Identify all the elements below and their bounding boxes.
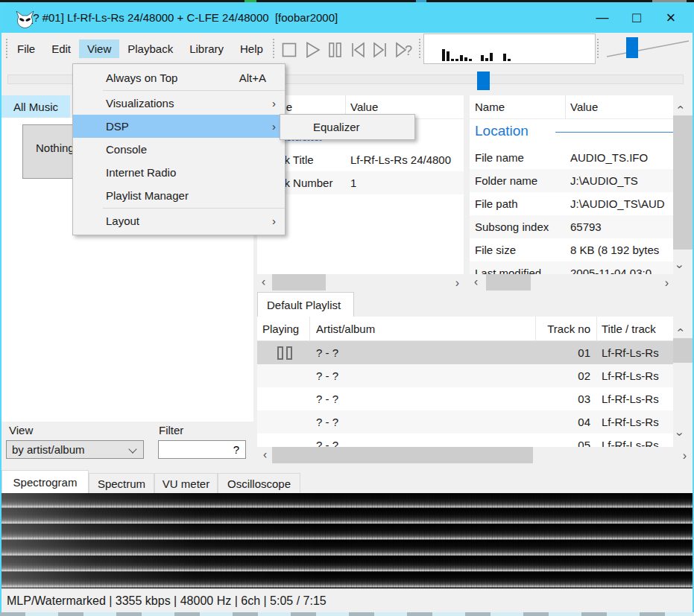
dsp-submenu: Equalizer xyxy=(280,114,415,140)
menu-view[interactable]: View xyxy=(79,39,119,58)
scroll-down-arrow[interactable]: › xyxy=(674,264,686,268)
menu-item-console[interactable]: Console xyxy=(73,138,285,161)
menu-item-label: Console xyxy=(106,143,147,156)
menu-item-equalizer[interactable]: Equalizer xyxy=(280,115,414,139)
window-border-left xyxy=(0,2,1,612)
menu-separator xyxy=(103,208,285,209)
scroll-down-arrow[interactable]: › xyxy=(674,432,686,436)
random-button[interactable]: ? xyxy=(393,39,414,60)
scroll-up-arrow[interactable]: › xyxy=(674,328,686,331)
menu-item-dsp[interactable]: DSP › xyxy=(73,115,285,138)
scrollbar-thumb[interactable] xyxy=(673,338,693,363)
column-header-playing[interactable]: Playing xyxy=(262,317,299,341)
tab-all-music[interactable]: All Music xyxy=(1,95,70,118)
volume-slider[interactable] xyxy=(601,34,692,65)
cell-artist: ? - ? xyxy=(316,341,338,364)
menu-item-always-on-top[interactable]: Always on Top Alt+A xyxy=(73,66,285,89)
scrollbar-thumb[interactable] xyxy=(673,115,693,250)
tab-spectrum[interactable]: Spectrum xyxy=(89,473,154,493)
properties-vertical-scrollbar[interactable]: › › xyxy=(673,95,693,290)
column-divider[interactable] xyxy=(565,95,566,118)
column-header-value[interactable]: Value xyxy=(570,95,598,118)
menu-separator xyxy=(103,90,285,91)
playlist-row[interactable]: ? - ? 05 Lf-Rf-Ls-Rs xyxy=(257,434,673,447)
cell-track-no: 05 xyxy=(535,434,590,447)
maximize-button[interactable]: □ xyxy=(619,2,654,33)
column-header-artist-album[interactable]: Artist/album xyxy=(316,317,375,341)
playlist-horizontal-scrollbar[interactable]: › › xyxy=(257,447,693,463)
scroll-right-arrow[interactable]: › xyxy=(455,277,459,289)
menu-file[interactable]: File xyxy=(9,39,43,58)
playlist-row-selected[interactable]: ? - ? 01 Lf-Rf-Ls-Rs xyxy=(257,341,673,364)
playlist-row[interactable]: ? - ? 02 Lf-Rf-Ls-Rs xyxy=(257,364,673,387)
scroll-left-arrow[interactable]: › xyxy=(263,450,267,462)
property-row[interactable]: Track Number 1 xyxy=(257,171,464,194)
property-row[interactable]: Folder name J:\AUDIO_TS xyxy=(470,169,673,192)
previous-button[interactable] xyxy=(347,39,369,60)
toolbar-grip[interactable] xyxy=(6,39,7,60)
tab-oscilloscope[interactable]: Oscilloscope xyxy=(218,473,300,493)
playlist-row[interactable]: ? - ? 04 Lf-Rf-Ls-Rs xyxy=(257,410,673,434)
spectrogram-display xyxy=(1,493,693,588)
toolbar-grip[interactable] xyxy=(419,39,420,60)
volume-track xyxy=(607,41,689,57)
seekbar-handle[interactable] xyxy=(477,72,490,90)
submenu-arrow-icon: › xyxy=(272,209,276,232)
column-divider[interactable] xyxy=(535,317,536,341)
toolbar-grip[interactable] xyxy=(273,39,274,60)
playlist-table[interactable]: Playing Artist/album Track no Title / tr… xyxy=(257,317,673,447)
group-header-line xyxy=(555,132,673,133)
menu-help[interactable]: Help xyxy=(232,39,271,58)
property-name: File path xyxy=(475,192,518,215)
property-name: File size xyxy=(475,238,516,261)
filter-input[interactable] xyxy=(158,440,246,459)
menu-item-layout[interactable]: Layout › xyxy=(73,209,285,232)
property-row[interactable]: Subsong index 65793 xyxy=(470,215,673,238)
column-divider[interactable] xyxy=(596,317,597,341)
close-button[interactable]: × xyxy=(654,2,688,33)
column-header-name[interactable]: Name xyxy=(475,95,505,118)
properties-panel-right[interactable]: Name Value Location File name AUDIO_TS.I… xyxy=(470,95,673,274)
menu-library[interactable]: Library xyxy=(181,39,232,58)
property-row[interactable]: File size 8 KB (8 192 bytes xyxy=(470,238,673,261)
toolbar-grip[interactable] xyxy=(597,39,599,60)
pause-button[interactable] xyxy=(324,39,346,60)
property-row[interactable]: File path J:\AUDIO_TS\AUD xyxy=(470,192,673,215)
playlist-vertical-scrollbar[interactable]: › › xyxy=(673,317,693,447)
scrollbar-thumb[interactable] xyxy=(272,274,326,290)
view-dropdown[interactable]: by artist/album xyxy=(6,440,144,459)
column-header-track-no[interactable]: Track no xyxy=(535,317,590,341)
playlist-row[interactable]: ? - ? 03 Lf-Rf-Ls-Rs xyxy=(257,387,673,410)
tab-vu-meter[interactable]: VU meter xyxy=(154,473,218,493)
scrollbar-thumb[interactable] xyxy=(272,447,533,463)
stop-button[interactable] xyxy=(279,39,300,60)
column-header-title-track[interactable]: Title / track xyxy=(602,317,656,341)
properties-right-hscrollbar[interactable]: › › xyxy=(470,274,673,290)
scroll-right-arrow[interactable]: › xyxy=(665,277,669,289)
menu-item-internet-radio[interactable]: Internet Radio xyxy=(73,161,285,184)
menu-playback[interactable]: Playback xyxy=(119,39,181,58)
scroll-up-arrow[interactable]: › xyxy=(674,105,686,109)
menu-item-visualizations[interactable]: Visualizations › xyxy=(73,92,285,115)
property-row[interactable]: Track Title Lf-Rf-Ls-Rs 24/4800 xyxy=(257,148,464,171)
property-row[interactable]: File name AUDIO_TS.IFO xyxy=(470,146,673,169)
column-divider[interactable] xyxy=(309,317,310,341)
next-button[interactable] xyxy=(370,39,391,60)
scroll-right-arrow[interactable]: › xyxy=(683,450,687,462)
tab-spectrogram[interactable]: Spectrogram xyxy=(1,470,89,493)
scrollbar-thumb[interactable] xyxy=(486,274,531,290)
minimize-button[interactable]: — xyxy=(585,2,619,33)
play-button[interactable] xyxy=(302,39,324,60)
property-row[interactable]: Last modified 2005-11-04 03:0 xyxy=(470,261,673,274)
titlebar[interactable]: [? #01] Lf-Rf-Ls-Rs 24/48000 + C-LFE 24/… xyxy=(0,2,694,33)
properties-left-hscrollbar[interactable]: › › xyxy=(257,274,464,290)
cell-artist: ? - ? xyxy=(316,387,338,410)
property-name: Subsong index xyxy=(475,215,549,238)
scroll-left-arrow[interactable]: › xyxy=(262,277,265,289)
property-value: 8 KB (8 192 bytes xyxy=(570,238,659,261)
menu-edit[interactable]: Edit xyxy=(43,39,79,58)
tab-default-playlist[interactable]: Default Playlist xyxy=(257,292,354,317)
menu-item-playlist-manager[interactable]: Playlist Manager xyxy=(73,184,285,207)
desktop-sliver-bottom xyxy=(0,612,694,616)
scroll-left-arrow[interactable]: › xyxy=(474,277,478,289)
